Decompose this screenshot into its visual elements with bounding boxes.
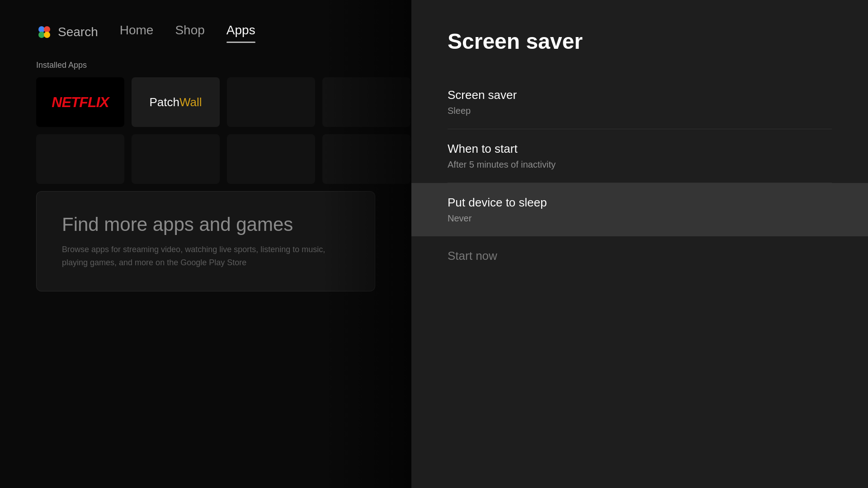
right-panel: Screen saver Screen saver Sleep When to … [411, 0, 868, 488]
left-panel: Search Home Shop Apps Installed Apps NET… [0, 0, 411, 488]
search-nav-item[interactable]: Search [36, 24, 98, 40]
nav-home[interactable]: Home [120, 23, 154, 41]
screen-saver-title: Screen saver [448, 88, 832, 102]
nav-apps[interactable]: Apps [226, 23, 255, 41]
app-grid-row1: NETFLIX PatchWall [0, 77, 411, 127]
app-tile-4[interactable] [322, 77, 410, 127]
put-device-to-sleep-setting[interactable]: Put device to sleep Never [411, 183, 868, 236]
app-tile-8[interactable] [322, 134, 410, 184]
netflix-logo: NETFLIX [52, 94, 108, 111]
when-to-start-setting[interactable]: When to start After 5 minutes of inactiv… [448, 129, 832, 183]
when-to-start-title: When to start [448, 142, 832, 156]
start-now-item[interactable]: Start now [448, 236, 832, 276]
installed-apps-label: Installed Apps [36, 61, 411, 70]
navigation: Search Home Shop Apps [0, 0, 411, 50]
put-device-to-sleep-title: Put device to sleep [448, 196, 832, 210]
start-now-label: Start now [448, 249, 832, 263]
svg-point-1 [44, 26, 50, 33]
app-tile-5[interactable] [36, 134, 124, 184]
google-icon [36, 24, 52, 40]
put-device-to-sleep-value: Never [448, 213, 832, 224]
panel-title: Screen saver [448, 29, 832, 54]
app-tile-3[interactable] [227, 77, 315, 127]
app-tile-7[interactable] [227, 134, 315, 184]
find-more-description: Browse apps for streaming video, watchin… [62, 243, 333, 269]
netflix-app-tile[interactable]: NETFLIX [36, 77, 124, 127]
app-tile-6[interactable] [132, 134, 220, 184]
screen-saver-setting[interactable]: Screen saver Sleep [448, 75, 832, 129]
patchwall-logo: PatchWall [149, 95, 202, 109]
search-label: Search [58, 25, 98, 39]
screen-saver-value: Sleep [448, 106, 832, 116]
when-to-start-value: After 5 minutes of inactivity [448, 160, 832, 170]
nav-shop[interactable]: Shop [175, 23, 204, 41]
find-more-section[interactable]: Find more apps and games Browse apps for… [36, 191, 375, 291]
patchwall-app-tile[interactable]: PatchWall [132, 77, 220, 127]
svg-point-3 [44, 32, 50, 38]
app-grid-row2 [0, 134, 411, 184]
svg-point-2 [38, 32, 45, 38]
svg-point-0 [38, 26, 45, 33]
find-more-title: Find more apps and games [62, 213, 349, 236]
